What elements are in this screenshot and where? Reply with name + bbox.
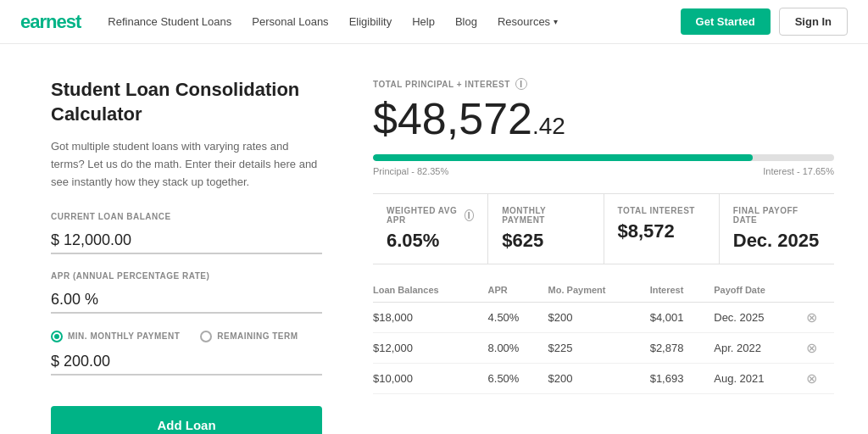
cell-delete-0[interactable]: ⊗ — [806, 303, 834, 333]
right-panel: TOTAL PRINCIPAL + INTEREST i $48,572.42 … — [373, 78, 834, 434]
apr-input[interactable] — [51, 287, 322, 314]
interest-label: Interest - 17.65% — [763, 166, 834, 176]
nav-resources[interactable]: Resources ▾ — [498, 15, 558, 28]
cell-payoff-2: Aug. 2021 — [714, 364, 805, 394]
cell-delete-2[interactable]: ⊗ — [806, 364, 834, 394]
cell-apr-2: 6.50% — [488, 364, 548, 394]
apr-info-icon: i — [465, 209, 475, 221]
min-payment-radio[interactable]: MIN. MONTHLY PAYMENT — [51, 331, 180, 342]
cell-payoff-0: Dec. 2025 — [714, 303, 805, 333]
stat-weighted-apr-label: WEIGHTED AVG APR i — [387, 206, 474, 225]
stat-monthly-payment-label: MONTHLY PAYMENT — [502, 206, 589, 225]
nav-blog[interactable]: Blog — [455, 15, 477, 28]
stat-total-interest-label: TOTAL INTEREST — [618, 206, 705, 215]
radio-circle-min — [51, 331, 63, 342]
cell-balance-2: $10,000 — [373, 364, 488, 394]
radio-circle-remaining — [200, 331, 212, 342]
cell-balance-0: $18,000 — [373, 303, 488, 333]
cell-interest-1: $2,878 — [650, 333, 715, 364]
th-actions — [806, 281, 834, 303]
cell-apr-0: 4.50% — [488, 303, 548, 333]
payment-input[interactable] — [51, 349, 322, 376]
stat-total-interest: TOTAL INTEREST $8,572 — [604, 194, 720, 264]
stat-monthly-payment-value: $625 — [502, 230, 589, 252]
cell-payment-0: $200 — [548, 303, 650, 333]
payment-field-group — [51, 349, 322, 376]
stat-weighted-apr: WEIGHTED AVG APR i 6.05% — [373, 194, 488, 264]
nav-actions: Get Started Sign In — [681, 8, 848, 36]
cell-delete-1[interactable]: ⊗ — [806, 333, 834, 364]
principal-label: Principal - 82.35% — [373, 166, 448, 176]
remaining-term-radio[interactable]: REMAINING TERM — [200, 331, 298, 342]
sign-in-button[interactable]: Sign In — [779, 8, 848, 36]
table-row: $12,000 8.00% $225 $2,878 Apr. 2022 ⊗ — [373, 333, 834, 364]
cell-payoff-1: Apr. 2022 — [714, 333, 805, 364]
info-icon: i — [515, 78, 527, 90]
apr-label: APR (ANNUAL PERCENTAGE RATE) — [51, 271, 322, 281]
balance-field-group: CURRENT LOAN BALANCE — [51, 212, 322, 254]
stat-monthly-payment: MONTHLY PAYMENT $625 — [488, 194, 604, 264]
payment-mode-selector: MIN. MONTHLY PAYMENT REMAINING TERM — [51, 331, 322, 342]
calculator-title: Student Loan Consolidation Calculator — [51, 78, 322, 126]
logo: earnest — [20, 11, 81, 33]
th-payoff: Payoff Date — [714, 281, 805, 303]
stat-payoff-date-value: Dec. 2025 — [733, 230, 821, 252]
total-label: TOTAL PRINCIPAL + INTEREST i — [373, 78, 834, 90]
cell-apr-1: 8.00% — [488, 333, 548, 364]
nav-links: Refinance Student Loans Personal Loans E… — [108, 15, 680, 28]
nav-eligibility[interactable]: Eligibility — [349, 15, 392, 28]
nav-refinance[interactable]: Refinance Student Loans — [108, 15, 231, 28]
add-loan-button[interactable]: Add Loan — [51, 406, 322, 434]
get-started-button[interactable]: Get Started — [681, 8, 771, 35]
th-payment: Mo. Payment — [548, 281, 650, 303]
chevron-down-icon: ▾ — [554, 17, 558, 26]
apr-field-group: APR (ANNUAL PERCENTAGE RATE) — [51, 271, 322, 314]
total-amount: $48,572.42 — [373, 93, 834, 144]
cell-interest-0: $4,001 — [650, 303, 715, 333]
navbar: earnest Refinance Student Loans Personal… — [0, 0, 868, 44]
nav-personal[interactable]: Personal Loans — [252, 15, 328, 28]
cell-payment-1: $225 — [548, 333, 650, 364]
cell-balance-1: $12,000 — [373, 333, 488, 364]
progress-labels: Principal - 82.35% Interest - 17.65% — [373, 166, 834, 176]
stats-row: WEIGHTED AVG APR i 6.05% MONTHLY PAYMENT… — [373, 193, 834, 264]
delete-row-button[interactable]: ⊗ — [806, 340, 817, 356]
delete-row-button[interactable]: ⊗ — [806, 309, 817, 326]
cell-interest-2: $1,693 — [650, 364, 715, 394]
left-panel: Student Loan Consolidation Calculator Go… — [51, 78, 322, 434]
progress-fill — [373, 154, 753, 161]
loan-table: Loan Balances APR Mo. Payment Interest P… — [373, 281, 834, 394]
table-row: $18,000 4.50% $200 $4,001 Dec. 2025 ⊗ — [373, 303, 834, 333]
stat-total-interest-value: $8,572 — [618, 220, 705, 242]
th-apr: APR — [488, 281, 548, 303]
total-cents: .42 — [532, 113, 565, 139]
main-content: Student Loan Consolidation Calculator Go… — [0, 44, 868, 434]
progress-bar — [373, 154, 834, 161]
nav-help[interactable]: Help — [412, 15, 435, 28]
stat-payoff-date-label: FINAL PAYOFF DATE — [733, 206, 821, 225]
delete-row-button[interactable]: ⊗ — [806, 370, 817, 387]
th-interest: Interest — [650, 281, 715, 303]
table-row: $10,000 6.50% $200 $1,693 Aug. 2021 ⊗ — [373, 364, 834, 394]
cell-payment-2: $200 — [548, 364, 650, 394]
calculator-description: Got multiple student loans with varying … — [51, 138, 322, 191]
th-balance: Loan Balances — [373, 281, 488, 303]
balance-input[interactable] — [51, 228, 322, 254]
stat-payoff-date: FINAL PAYOFF DATE Dec. 2025 — [720, 194, 834, 264]
stat-weighted-apr-value: 6.05% — [387, 230, 474, 252]
balance-label: CURRENT LOAN BALANCE — [51, 212, 322, 221]
